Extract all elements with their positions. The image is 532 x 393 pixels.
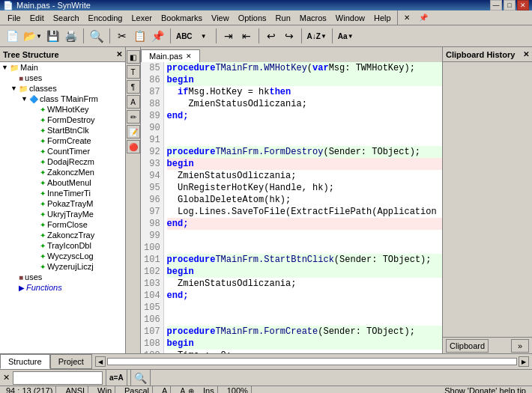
tab-structure[interactable]: Structure (0, 354, 50, 369)
search-input[interactable] (13, 371, 103, 385)
tree-item-wyzerujliczj[interactable]: ✦ WyzerujLiczj (0, 261, 125, 272)
status-bar: 94 : 13 (217) ANSI Win Pascal A A ⊕ Ins … (0, 386, 532, 393)
cut-button[interactable]: ✂ (113, 27, 131, 45)
code-line-91 (167, 134, 442, 146)
uses-icon-2: ■ (19, 273, 23, 281)
redo-button[interactable]: ↪ (280, 27, 298, 45)
indent-button[interactable]: ⇥ (220, 27, 238, 45)
tree-item-formcreate[interactable]: ✦ FormCreate (0, 135, 125, 146)
tree-scroll[interactable]: ▼ 📁 Main ■ uses ▼ 📁 classes (0, 62, 125, 353)
tab-main-pas[interactable]: Main.pas ✕ (141, 49, 200, 62)
encoding-icon-2: ⊕ (188, 387, 194, 394)
code-line-97: Log.Lines.SaveToFile(ExtractFilePath(App… (167, 206, 442, 218)
tree-item-pokaztraym[interactable]: ✦ PokazTrayM (0, 198, 125, 209)
spell-button[interactable]: ABC (174, 27, 195, 45)
menu-pin[interactable]: 📌 (414, 12, 432, 23)
clipboard-expand-button[interactable]: » (511, 339, 529, 353)
find-button[interactable]: 🔍 (87, 27, 106, 45)
tree-item-wmhotkey[interactable]: ✦ WMHotKey (0, 104, 125, 115)
side-btn-1[interactable]: ◧ (127, 50, 140, 64)
tree-item-trayicondbl[interactable]: ✦ TrayIconDbl (0, 240, 125, 251)
expand-icon-main[interactable]: ▼ (1, 64, 9, 71)
expand-icon-class[interactable]: ▼ (21, 95, 28, 103)
menu-window[interactable]: Window (331, 12, 369, 24)
match-case-button[interactable]: a=A (106, 369, 127, 387)
tree-item-uses1[interactable]: ■ uses (0, 73, 125, 83)
horizontal-scrollbar[interactable] (107, 358, 517, 365)
menu-options[interactable]: Options (234, 12, 271, 24)
menu-search[interactable]: Search (49, 12, 84, 24)
tree-item-innetimerti[interactable]: ✦ InneTimerTi (0, 188, 125, 198)
title-bar: 📄 Main.pas - SynWrite — □ ✕ (0, 0, 532, 10)
side-btn-3[interactable]: ¶ (127, 80, 140, 94)
expand-icon-classes[interactable]: ▼ (10, 85, 18, 92)
menu-file[interactable]: File (3, 12, 25, 24)
tree-label-wyczysclog: WyczyscLog (47, 252, 94, 261)
spell-dropdown[interactable]: ▼ (195, 27, 213, 45)
search-find-button[interactable]: 🔍 (130, 369, 151, 387)
code-line-94: ZmienStatusOdliczania; (167, 170, 442, 182)
unindent-button[interactable]: ⇤ (238, 27, 256, 45)
side-btn-5[interactable]: ✏ (127, 110, 140, 124)
case-button[interactable]: Aa▼ (336, 27, 356, 45)
tree-item-uses2[interactable]: ■ uses (0, 272, 125, 282)
tree-item-classes[interactable]: ▼ 📁 classes (0, 83, 125, 94)
tree-item-counttimer[interactable]: ✦ CountTimer (0, 146, 125, 156)
tree-item-formdestroy[interactable]: ✦ FormDestroy (0, 115, 125, 125)
tab-project[interactable]: Project (50, 354, 92, 369)
encoding-icon-1: A (180, 387, 185, 394)
tab-close-icon[interactable]: ✕ (186, 52, 192, 60)
maximize-button[interactable]: □ (504, 0, 516, 10)
new-button[interactable]: 📄 (3, 27, 21, 45)
side-btn-4[interactable]: A (127, 95, 140, 109)
menu-macros[interactable]: Macros (295, 12, 331, 24)
code-line-102: begin (167, 266, 442, 278)
paste-button[interactable]: 📌 (149, 27, 167, 45)
tree-item-zakoncztray[interactable]: ✦ ZakonczTray (0, 230, 125, 240)
print-button[interactable]: 🖨️ (62, 27, 80, 45)
code-line-99 (167, 230, 442, 242)
menu-encoding[interactable]: Encoding (84, 12, 127, 24)
tree-panel-close[interactable]: ✕ (116, 50, 122, 58)
clipboard-content (443, 62, 532, 337)
scroll-left-button[interactable]: ◀ (95, 356, 106, 367)
side-btn-6[interactable]: 📝 (127, 125, 140, 138)
tree-label-pokaztraym: PokazTrayM (47, 199, 93, 208)
open-button[interactable]: 📂▼ (21, 27, 44, 45)
menu-view[interactable]: View (207, 12, 234, 24)
tree-item-wyczysclog[interactable]: ✦ WyczyscLog (0, 251, 125, 261)
clipboard-button[interactable]: Clipboard (446, 339, 489, 353)
tree-item-main[interactable]: ▼ 📁 Main (0, 62, 125, 73)
tree-item-aboutmenul[interactable]: ✦ AboutMenul (0, 177, 125, 188)
tree-item-zakonczmen[interactable]: ✦ ZakonczMen (0, 167, 125, 177)
tree-item-functions[interactable]: ▶ Functions (0, 282, 125, 293)
tree-item-dodajreczm[interactable]: ✦ DodajReczm (0, 156, 125, 167)
method-icon-4: ✦ (40, 137, 46, 145)
copy-button[interactable]: 📋 (131, 27, 149, 45)
code-lines[interactable]: procedure TMainFrm.WMHotKey(var Msg: TWM… (164, 62, 442, 353)
tb-sep-6 (301, 28, 302, 43)
tree-item-ukryjtrayMe[interactable]: ✦ UkryjTrayMe (0, 209, 125, 219)
code-content[interactable]: 8586878889 9091929394 9596979899 1001011… (141, 62, 442, 353)
menu-lexer[interactable]: Lexer (127, 12, 157, 24)
menu-bookmarks[interactable]: Bookmarks (157, 12, 207, 24)
tree-item-startbtnclk[interactable]: ✦ StartBtnClk (0, 125, 125, 135)
menu-help[interactable]: Help (369, 12, 396, 24)
tree-item-class[interactable]: ▼ 🔷 class TMainFrm (0, 94, 125, 104)
side-btn-2[interactable]: T (127, 65, 140, 79)
clipboard-panel-close[interactable]: ✕ (523, 50, 529, 58)
menu-edit[interactable]: Edit (25, 12, 49, 24)
sort-button[interactable]: A↓Z▼ (305, 27, 329, 45)
menu-run[interactable]: Run (271, 12, 295, 24)
save-button[interactable]: 💾 (44, 27, 62, 45)
close-button[interactable]: ✕ (517, 0, 529, 10)
tree-item-formclose[interactable]: ✦ FormClose (0, 219, 125, 230)
minimize-button[interactable]: — (490, 0, 502, 10)
code-line-104: end; (167, 290, 442, 302)
search-close-button[interactable]: ✕ (3, 373, 10, 383)
side-btn-7[interactable]: 🔴 (127, 140, 140, 153)
undo-button[interactable]: ↩ (262, 27, 280, 45)
menu-close-tab[interactable]: ✕ (399, 12, 414, 23)
tree-label-classes: classes (29, 84, 57, 93)
scroll-right-button[interactable]: ▶ (519, 356, 529, 367)
